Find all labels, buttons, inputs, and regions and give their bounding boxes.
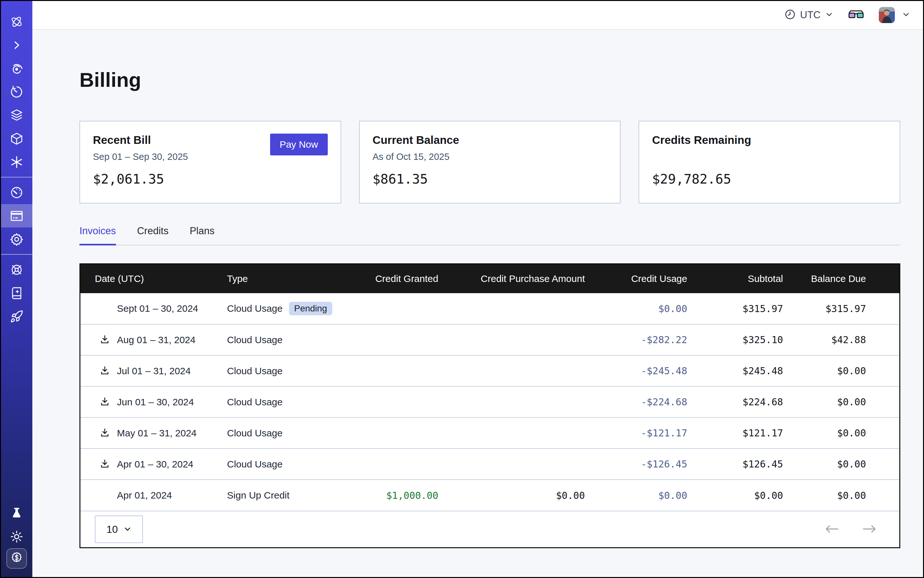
summary-cards: Recent Bill Sep 01 – Sep 30, 2025 $2,061… [80, 121, 900, 203]
download-slot-empty [99, 490, 110, 501]
sun-icon [10, 530, 23, 543]
recent-bill-amount: $2,061.35 [93, 171, 328, 187]
account-menu[interactable] [879, 7, 910, 23]
brand-orbit-icon [1, 10, 32, 33]
page-size-chevron-down-icon [123, 524, 132, 536]
prev-page-button[interactable] [824, 524, 839, 534]
invoice-type: Cloud Usage [227, 334, 283, 346]
sidebar-item-expand[interactable] [1, 33, 32, 57]
current-balance-as-of: As of Oct 15, 2025 [373, 151, 607, 163]
rocket-icon [10, 310, 23, 323]
chevron-right-icon [11, 39, 23, 51]
next-page-button[interactable] [862, 524, 877, 534]
book-sparkle-icon [10, 286, 23, 300]
billing-card-icon [10, 209, 24, 222]
download-invoice-icon[interactable] [99, 458, 110, 470]
balance-due-value: $0.00 [783, 448, 899, 480]
credit-granted-value [355, 324, 438, 355]
credit-usage-value: -$126.45 [585, 448, 687, 480]
page-title: Billing [80, 68, 900, 91]
timezone-selector[interactable]: UTC [784, 9, 833, 21]
recent-bill-card: Recent Bill Sep 01 – Sep 30, 2025 $2,061… [80, 121, 341, 203]
current-balance-title: Current Balance [373, 134, 607, 146]
glasses-icon [848, 15, 864, 21]
sidebar-item-layers[interactable] [1, 104, 32, 127]
invoices-table: Date (UTC) Type Credit Granted Credit Pu… [80, 263, 900, 548]
credit-granted-value [355, 448, 438, 480]
pay-now-button[interactable]: Pay Now [270, 134, 328, 155]
subtotal-value: $0.00 [687, 480, 783, 511]
credit-purchase-value [438, 448, 585, 480]
invoice-date: Aug 01 – 31, 2024 [117, 334, 195, 346]
column-balance-due: Balance Due [783, 264, 899, 293]
balance-due-value: $42.88 [783, 324, 899, 355]
layers-icon [10, 108, 24, 122]
tab-credits[interactable]: Credits [137, 225, 169, 245]
download-invoice-icon[interactable] [99, 396, 110, 408]
invoice-row: Apr 01 – 30, 2024 Cloud Usage -$126.45 $… [80, 448, 899, 480]
sidebar-item-usage[interactable] [1, 181, 32, 204]
sidebar-item-functions[interactable] [1, 150, 32, 174]
tab-plans[interactable]: Plans [190, 225, 215, 245]
credit-purchase-value [438, 293, 585, 324]
column-type: Type [227, 264, 355, 293]
sidebar-item-docs[interactable] [1, 281, 32, 305]
tab-invoices[interactable]: Invoices [80, 225, 116, 245]
current-balance-card: Current Balance As of Oct 15, 2025 $861.… [359, 121, 621, 203]
credit-granted-value: $1,000.00 [355, 480, 438, 511]
gear-icon [10, 232, 23, 246]
history-icon [10, 85, 23, 99]
topbar: UTC [32, 1, 923, 30]
invoice-date: Jun 01 – 30, 2024 [117, 397, 194, 408]
credit-usage-value: -$224.68 [585, 386, 687, 417]
column-credit-purchase-amount: Credit Purchase Amount [438, 264, 585, 293]
credit-granted-value [355, 417, 438, 448]
download-invoice-icon[interactable] [99, 365, 110, 377]
sidebar-item-labs[interactable] [1, 502, 32, 525]
asterisk-icon [10, 155, 23, 169]
table-footer: 10 [80, 511, 899, 547]
credit-purchase-value [438, 355, 585, 386]
invoice-date: Apr 01, 2024 [117, 490, 172, 501]
balance-due-value: $0.00 [783, 480, 899, 511]
subtotal-value: $315.97 [687, 293, 783, 324]
app-window: UTC [0, 0, 924, 578]
sidebar-item-deploy[interactable] [1, 305, 32, 328]
credit-usage-value: -$245.48 [585, 355, 687, 386]
sidebar-divider [1, 254, 32, 255]
sidebar-item-history[interactable] [1, 80, 32, 104]
column-subtotal: Subtotal [687, 264, 783, 293]
billing-tabs: Invoices Credits Plans [80, 225, 900, 245]
invoice-row: May 01 – 31, 2024 Cloud Usage -$121.17 $… [80, 417, 899, 448]
timezone-chevron-down-icon [825, 10, 833, 20]
page-size-select[interactable]: 10 [95, 516, 143, 543]
sidebar-item-settings[interactable] [1, 227, 32, 251]
invoice-type: Cloud Usage [227, 428, 283, 438]
sidebar-item-hub[interactable] [1, 258, 32, 281]
balance-due-value: $0.00 [783, 386, 899, 417]
clock-icon [784, 9, 796, 21]
sidebar-item-theme[interactable] [1, 525, 32, 548]
invoice-row: Jun 01 – 30, 2024 Cloud Usage -$224.68 $… [80, 386, 899, 417]
download-invoice-icon[interactable] [99, 427, 110, 439]
invoice-date: Sept 01 – 30, 2024 [117, 303, 198, 314]
column-credit-usage: Credit Usage [585, 264, 687, 293]
sidebar-item-observe[interactable] [1, 57, 32, 80]
credit-granted-value [355, 386, 438, 417]
page-size-value: 10 [106, 524, 118, 536]
credits-button[interactable] [6, 548, 27, 569]
sidebar [1, 1, 32, 577]
pagination-controls [824, 524, 877, 534]
column-credit-granted: Credit Granted [355, 264, 438, 293]
invoice-type: Sign Up Credit [227, 490, 290, 501]
sidebar-item-packages[interactable] [1, 127, 32, 150]
invoice-type: Cloud Usage [227, 397, 283, 408]
reader-mode-toggle[interactable] [848, 9, 864, 21]
credits-remaining-title: Credits Remaining [652, 134, 887, 146]
balance-due-value: $0.00 [783, 355, 899, 386]
download-invoice-icon[interactable] [99, 334, 110, 346]
download-slot-empty [99, 303, 110, 314]
sidebar-item-billing[interactable] [1, 204, 32, 227]
balance-due-value: $315.97 [783, 293, 899, 324]
column-date: Date (UTC) [80, 264, 227, 293]
